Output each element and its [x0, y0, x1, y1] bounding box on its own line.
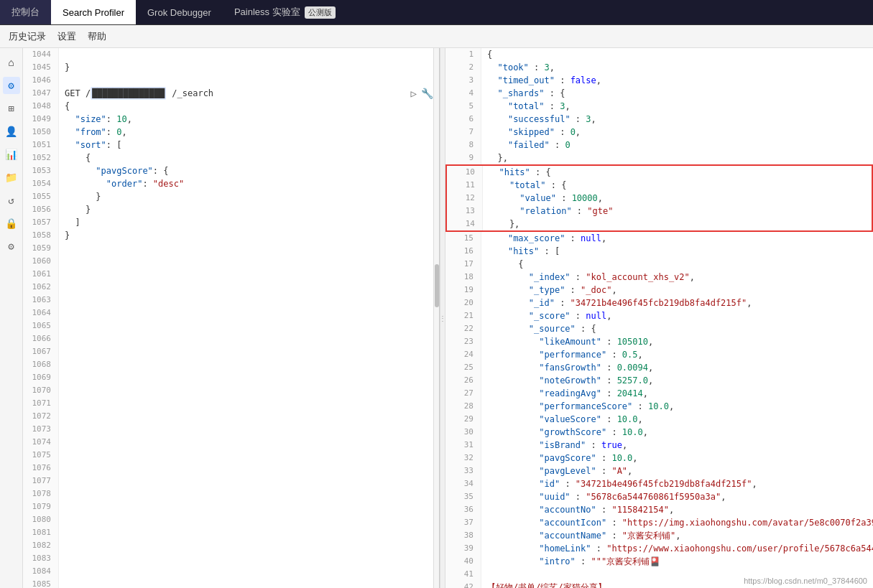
hits-highlight-end: 14 }, — [445, 218, 873, 232]
table-row: 1079 — [23, 500, 439, 513]
table-row: 33 "pavgLevel" : "A", — [445, 465, 873, 477]
table-row: 8 "failed" : 0 — [445, 139, 873, 151]
table-row: 1051 "sort": [ — [23, 139, 439, 151]
table-row: 36 "accountNo" : "115842154", — [445, 503, 873, 516]
table-row: 1066 — [23, 332, 439, 345]
sidebar-icon-refresh[interactable]: ↺ — [3, 192, 20, 209]
table-row: 7 "skipped" : 0, — [445, 126, 873, 139]
sidebar-icon-chart[interactable]: 📊 — [3, 146, 20, 163]
sidebar-icon-folder[interactable]: 📁 — [3, 169, 20, 186]
menu-history[interactable]: 历史记录 — [9, 30, 46, 43]
tab-grok-debugger[interactable]: Grok Debugger — [136, 0, 223, 24]
table-row: 1071 — [23, 397, 439, 410]
table-row: 4 "_shards" : { — [445, 87, 873, 100]
table-row: 22 "_source" : { — [445, 322, 873, 335]
sidebar-icon-settings[interactable]: ⚙ — [3, 238, 20, 255]
tab-search-profiler[interactable]: Search Profiler — [51, 0, 136, 24]
table-row: 30 "growthScore" : 10.0, — [445, 426, 873, 439]
table-row: 34 "id" : "34721b4e496f45fcb219db8fa4df2… — [445, 477, 873, 490]
run-icon[interactable]: ▷ — [411, 87, 417, 100]
table-row: 28 "performanceScore" : 10.0, — [445, 400, 873, 413]
table-row: 1083 — [23, 552, 439, 565]
table-row: 1055 } — [23, 190, 439, 203]
table-row: 32 "pavgScore" : 10.0, — [445, 452, 873, 465]
left-code-area[interactable]: 1044 1045 } 1046 1047 GET / ████████████… — [23, 48, 439, 588]
sidebar-icon-tag[interactable]: ⊞ — [3, 100, 20, 117]
table-row: 1070 — [23, 384, 439, 397]
table-row: 1058 } — [23, 229, 439, 242]
table-row: 1050 "from": 0, — [23, 126, 439, 139]
table-row: 1069 — [23, 371, 439, 384]
table-row: 1081 — [23, 526, 439, 539]
right-response-panel: 1 { 2 "took" : 3, 3 "timed_out" : false,… — [445, 48, 873, 588]
table-row: 1075 — [23, 449, 439, 462]
table-row: 24 "performance" : 0.5, — [445, 348, 873, 361]
table-row: 9 }, — [445, 151, 873, 164]
watermark: https://blog.csdn.net/m0_37844600 — [744, 577, 867, 585]
table-row: 1057 ] — [23, 216, 439, 229]
table-row: 27 "readingAvg" : 20414, — [445, 387, 873, 400]
table-row: 1068 — [23, 358, 439, 371]
table-row: 6 "successful" : 3, — [445, 113, 873, 126]
table-row: 1080 — [23, 513, 439, 526]
table-row: 1048 { — [23, 100, 439, 113]
table-row: 1064 — [23, 307, 439, 319]
painless-badge: 公测版 — [305, 6, 336, 19]
table-row: 17 { — [445, 258, 873, 271]
table-row: 1063 — [23, 294, 439, 307]
table-row: 1062 — [23, 281, 439, 294]
table-row: 1054 "order": "desc" — [23, 177, 439, 190]
table-row: 1076 — [23, 462, 439, 475]
table-row: 26 "noteGrowth" : 5257.0, — [445, 374, 873, 387]
hits-highlight-mid: 12 "value" : 10000, — [445, 192, 873, 205]
table-row: 35 "uuid" : "5678c6a544760861f5950a3a", — [445, 490, 873, 503]
table-row: 25 "fansGrowth" : 0.0094, — [445, 361, 873, 374]
table-row: 31 "isBrand" : true, — [445, 439, 873, 452]
table-row: 1053 "pavgScore": { — [23, 164, 439, 177]
table-row: 3 "timed_out" : false, — [445, 74, 873, 87]
table-row: 1046 — [23, 74, 439, 87]
left-sidebar: ⌂ ⚙ ⊞ 👤 📊 📁 ↺ 🔒 ⚙ — [0, 48, 23, 588]
table-row: 1 { — [445, 48, 873, 61]
left-scrollbar-thumb[interactable] — [435, 264, 439, 307]
tab-console[interactable]: 控制台 — [0, 0, 51, 24]
url-path[interactable]: ██████████████ — [91, 87, 166, 100]
table-row: 1084 — [23, 565, 439, 578]
table-row: 1059 — [23, 242, 439, 255]
table-row: 1078 — [23, 487, 439, 500]
table-row: 1082 — [23, 539, 439, 552]
menu-settings[interactable]: 设置 — [57, 30, 76, 43]
left-editor-panel: 1044 1045 } 1046 1047 GET / ████████████… — [23, 48, 440, 588]
url-toolbar: GET / ██████████████ /_search ▷ 🔧 — [59, 87, 439, 100]
wrench-icon[interactable]: 🔧 — [421, 87, 433, 100]
right-code-area[interactable]: 1 { 2 "took" : 3, 3 "timed_out" : false,… — [445, 48, 873, 588]
hits-highlight-mid: 11 "total" : { — [445, 179, 873, 192]
tab-bar: 控制台 Search Profiler Grok Debugger Painle… — [0, 0, 873, 25]
table-row: 1065 — [23, 319, 439, 332]
left-scrollbar[interactable] — [433, 48, 439, 588]
sidebar-icon-lock[interactable]: 🔒 — [3, 215, 20, 232]
table-row: 19 "_type" : "_doc", — [445, 284, 873, 297]
url-line: 1047 GET / ██████████████ /_search ▷ 🔧 — [23, 87, 439, 100]
sidebar-icon-person[interactable]: 👤 — [3, 123, 20, 140]
table-row: 1074 — [23, 436, 439, 449]
table-row: 21 "_score" : null, — [445, 309, 873, 322]
table-row: 39 "homeLink" : "https://www.xiaohongshu… — [445, 542, 873, 555]
panel-resizer[interactable]: ⋮ — [440, 48, 445, 588]
table-row: 38 "accountName" : "京酱安利铺", — [445, 529, 873, 542]
table-row: 40 "intro" : """京酱安利铺🎴 — [445, 555, 873, 568]
sidebar-icon-home[interactable]: ⌂ — [3, 54, 20, 71]
menu-bar: 历史记录 设置 帮助 — [0, 25, 873, 48]
table-row: 1072 — [23, 410, 439, 423]
table-row: 18 "_index" : "kol_account_xhs_v2", — [445, 271, 873, 284]
table-row: 20 "_id" : "34721b4e496f45fcb219db8fa4df… — [445, 297, 873, 309]
table-row: 1085 — [23, 578, 439, 588]
menu-help[interactable]: 帮助 — [88, 30, 106, 43]
table-row: 1073 — [23, 423, 439, 436]
table-row: 1052 { — [23, 151, 439, 164]
tab-painless[interactable]: Painless 实验室 公测版 — [223, 0, 347, 24]
sidebar-icon-search[interactable]: ⚙ — [3, 77, 20, 94]
main-content: ⌂ ⚙ ⊞ 👤 📊 📁 ↺ 🔒 ⚙ 1044 1045 } 1046 — [0, 48, 873, 588]
table-row: 23 "likeAmount" : 105010, — [445, 335, 873, 348]
table-row: 29 "valueScore" : 10.0, — [445, 413, 873, 426]
